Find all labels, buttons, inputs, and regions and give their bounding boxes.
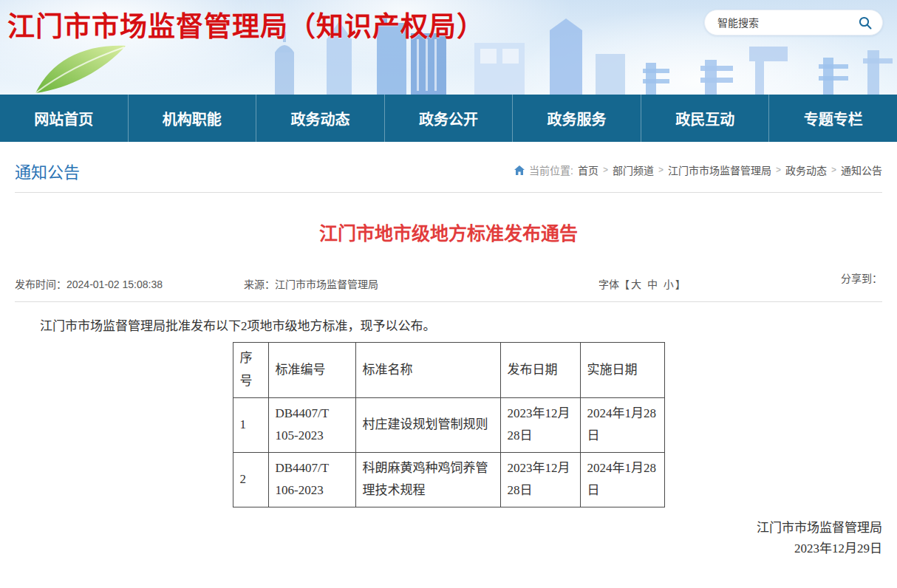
table-cell-pub-date: 2023年12月28日: [500, 452, 580, 507]
nav-item-home[interactable]: 网站首页: [0, 95, 129, 142]
nav-item-special-topics[interactable]: 专题专栏: [769, 95, 897, 142]
publish-time: 发布时间：2024-01-02 15:08:38: [15, 276, 163, 291]
table-cell-pub-date: 2023年12月28日: [500, 397, 580, 452]
nav-item-gov-news[interactable]: 政务动态: [256, 95, 385, 142]
breadcrumb-row: 通知公告 当前位置: 首页 > 部门频道 > 江门市市场监督管理局 > 政务动态…: [0, 142, 897, 193]
source-value: 江门市市场监督管理局: [275, 278, 378, 290]
breadcrumb-item-bureau[interactable]: 江门市市场监督管理局: [668, 163, 771, 177]
site-title: 江门市市场监督管理局（知识产权局）: [7, 4, 485, 44]
table-row: 2 DB4407/T 106-2023 科朗麻黄鸡种鸡饲养管理技术规程 2023…: [233, 452, 664, 507]
nav-item-functions[interactable]: 机构职能: [129, 95, 257, 142]
share-label: 分享到：: [841, 270, 882, 285]
breadcrumb-item-home[interactable]: 首页: [578, 163, 598, 177]
article-meta-row: 发布时间：2024-01-02 15:08:38 来源：江门市市场监督管理局 字…: [15, 270, 882, 293]
section-title: 通知公告: [15, 159, 80, 182]
table-header-row: 序号 标准编号 标准名称 发布日期 实施日期: [233, 343, 664, 397]
breadcrumb-item-notices[interactable]: 通知公告: [841, 163, 882, 177]
table-cell-no: 1: [233, 397, 268, 452]
breadcrumb-separator: >: [603, 165, 608, 175]
source: 来源：江门市市场监督管理局: [244, 276, 378, 291]
leaf-decoration: [31, 38, 142, 95]
font-size-large[interactable]: 大: [630, 278, 643, 290]
font-size-label: 字体: [598, 278, 619, 290]
page: 江门市市场监督管理局（知识产权局） 网站首页 机构职能 政务动态 政务公开 政务…: [0, 0, 897, 588]
breadcrumb-item-gov-news[interactable]: 政务动态: [785, 163, 827, 177]
font-size-small[interactable]: 小: [662, 278, 675, 290]
publish-time-value: 2024-01-02 15:08:38: [66, 278, 163, 290]
table-cell-name: 科朗麻黄鸡种鸡饲养管理技术规程: [355, 452, 500, 507]
standards-table: 序号 标准编号 标准名称 发布日期 实施日期 1 DB4407/T 105-20…: [233, 342, 665, 507]
search-input[interactable]: [717, 17, 857, 29]
meta-divider: [15, 301, 882, 302]
header-标准编号: 标准编号: [268, 343, 355, 397]
breadcrumb: 当前位置: 首页 > 部门频道 > 江门市市场监督管理局 > 政务动态 > 通知…: [514, 163, 882, 177]
header-序号: 序号: [233, 343, 268, 397]
main-nav: 网站首页 机构职能 政务动态 政务公开 政务服务 政民互动 专题专栏: [0, 95, 897, 142]
home-icon: [514, 165, 525, 175]
breadcrumb-separator: >: [776, 165, 781, 175]
font-size-widget: 字体【大 中 小】: [598, 276, 686, 291]
breadcrumb-item-dept-channel[interactable]: 部门频道: [613, 163, 654, 177]
nav-item-interaction[interactable]: 政民互动: [641, 95, 770, 142]
header-实施日期: 实施日期: [580, 343, 664, 397]
publish-time-label: 发布时间：: [15, 278, 66, 290]
table-cell-code: DB4407/T 105-2023: [268, 397, 355, 452]
search-box: [704, 10, 883, 35]
breadcrumb-divider: [15, 192, 882, 193]
search-button[interactable]: [857, 15, 873, 31]
breadcrumb-location-label: 当前位置:: [529, 163, 573, 177]
signature-org: 江门市市场监督管理局: [0, 518, 882, 539]
table-cell-impl-date: 2024年1月28日: [580, 397, 664, 452]
article-paragraph: 江门市市场监督管理局批准发布以下2项地市级地方标准，现予以公布。: [15, 317, 882, 336]
signature-date: 2023年12月29日: [0, 539, 882, 559]
breadcrumb-separator: >: [658, 165, 664, 175]
nav-item-gov-disclosure[interactable]: 政务公开: [385, 95, 514, 142]
font-size-bracket-close: 】: [675, 278, 686, 290]
table-cell-impl-date: 2024年1月28日: [580, 452, 664, 507]
font-size-medium[interactable]: 中: [646, 278, 659, 290]
signature-block: 江门市市场监督管理局 2023年12月29日: [0, 518, 882, 559]
site-header: 江门市市场监督管理局（知识产权局）: [0, 0, 897, 95]
header-发布日期: 发布日期: [500, 343, 580, 397]
font-size-bracket-open: 【: [619, 278, 630, 290]
table-row: 1 DB4407/T 105-2023 村庄建设规划管制规则 2023年12月2…: [233, 397, 664, 452]
header-标准名称: 标准名称: [355, 343, 500, 397]
breadcrumb-separator: >: [831, 165, 836, 175]
article-title: 江门市地市级地方标准发布通告: [0, 219, 897, 245]
table-cell-no: 2: [233, 452, 268, 507]
table-cell-code: DB4407/T 106-2023: [268, 452, 355, 507]
search-icon: [858, 16, 873, 30]
table-cell-name: 村庄建设规划管制规则: [355, 397, 500, 452]
source-label: 来源：: [244, 278, 275, 290]
nav-item-gov-services[interactable]: 政务服务: [513, 95, 641, 142]
